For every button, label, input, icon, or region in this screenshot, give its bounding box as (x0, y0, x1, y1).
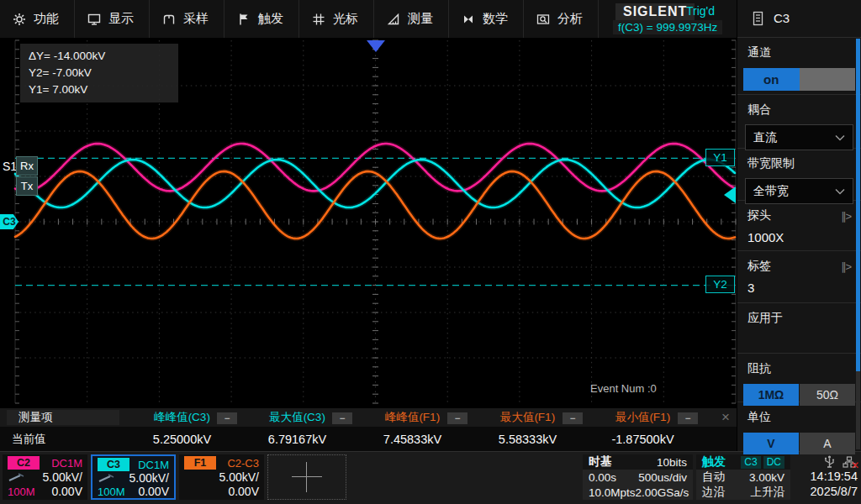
oscilloscope-ui: 功能 显示 采样 触发 光标 测量 数学 分析 (0, 0, 861, 504)
panel-title: C3 (774, 11, 790, 25)
measure-column-header[interactable]: 最大值(F1)− (470, 410, 585, 425)
measure-value: 7.45833kV (355, 433, 470, 446)
measure-column-header[interactable]: 峰峰值(C3)− (124, 410, 240, 425)
measure-value-header: 当前值 (0, 432, 124, 447)
cursor-y2-handle[interactable]: Y2 (705, 276, 735, 293)
decode-bus-label: S1 (3, 160, 17, 173)
remove-measurement-button[interactable]: − (678, 412, 698, 424)
timebase-samplerate: 2.00GSa/s (636, 486, 689, 499)
decode-tx-label[interactable]: Tx (16, 176, 38, 196)
menu-item-label: 显示 (108, 11, 134, 27)
menu-item-cursor[interactable]: 光标 (299, 0, 374, 38)
channel-box-c3[interactable]: C3DC1M 5.00kV/ 100M0.00V (91, 454, 176, 500)
remove-measurement-button[interactable]: − (563, 412, 583, 424)
expand-icon: ∥> (841, 210, 851, 223)
unit-label: 单位 (747, 410, 851, 425)
measure-column-header[interactable]: 峰峰值(F1)− (355, 410, 470, 425)
coupling-value: 直流 (753, 130, 777, 145)
channel-settings-panel: C3 通道 on 耦合 直流 带宽限制 全带宽 探头 (737, 0, 861, 451)
measurement-bar: 测量项 峰峰值(C3)− 最大值(C3)− 峰峰值(F1)− 最大值(F1)− … (0, 408, 737, 451)
menu-item-label: 数学 (483, 11, 508, 27)
cursor-y1-handle[interactable]: Y1 (705, 149, 735, 166)
measure-column-header[interactable]: 最大值(C3)− (240, 410, 355, 425)
timebase-box[interactable]: 时基10bits 0.00s500us/div 10.0Mpts2.00GSa/… (583, 454, 693, 500)
trigger-level-marker[interactable] (724, 186, 736, 203)
clock-time: 14:19:54 (792, 470, 859, 485)
menu-item-display[interactable]: 显示 (75, 0, 150, 38)
menu-item-function[interactable]: 功能 (0, 0, 75, 38)
channel-badge: F1 (184, 456, 216, 470)
impedance-1mohm-option[interactable]: 1MΩ (743, 384, 799, 406)
measure-value: 6.79167kV (240, 433, 355, 446)
display-icon (87, 13, 101, 26)
menu-item-acquire[interactable]: 采样 (150, 0, 224, 38)
add-channel-slot[interactable] (267, 454, 346, 500)
probe-value: 1000X (747, 230, 851, 244)
scrollbar-thumb[interactable] (856, 39, 860, 371)
channel-box-c2[interactable]: C2DC1M 5.00kV/ 100M0.00V (3, 454, 87, 500)
remove-measurement-button[interactable]: − (332, 412, 352, 424)
channel-box-f1[interactable]: F1C2-C3 5.00kV/ 0.00V (179, 454, 264, 500)
usb-icon (824, 455, 835, 469)
close-icon[interactable]: × (721, 411, 730, 424)
channel-bandwidth: 100M (98, 486, 125, 498)
trigger-status: Trig'd (686, 4, 715, 18)
menu-item-label: 测量 (408, 11, 433, 27)
channel-offset: 0.00V (138, 485, 169, 498)
clock-date: 2025/8/7 (792, 485, 859, 500)
unit-volt-option[interactable]: V (743, 433, 799, 454)
trigger-flag-icon (237, 13, 251, 26)
math-source: C2-C3 (227, 457, 259, 470)
remove-measurement-button[interactable]: − (217, 412, 237, 424)
channel-scale: 5.00kV/ (219, 470, 259, 484)
trigger-box[interactable]: 触发C3DC 自动3.00kV 边沿上升沿 (696, 454, 790, 500)
trigger-source-chip: C3 (741, 456, 760, 469)
measure-column-label: 最大值(F1) (500, 411, 555, 423)
menu-item-label: 采样 (183, 11, 209, 27)
measure-column-label: 最大值(C3) (269, 411, 325, 423)
channel-scale: 5.00kV/ (129, 471, 169, 485)
timebase-memory: 10.0Mpts (589, 486, 636, 499)
channel-on-off-toggle: on (743, 68, 855, 91)
sidebar-scrollbar[interactable] (856, 39, 860, 449)
channel-coupling: DC1M (138, 459, 169, 471)
cursor-readout-box: ΔY= -14.000kV Y2= -7.00kV Y1= 7.00kV (20, 44, 178, 102)
brand-logo: SIGLENT (615, 3, 695, 20)
menu-item-label: 光标 (333, 11, 358, 27)
decode-rx-label[interactable]: Rx (16, 156, 38, 176)
impedance-50ohm-option[interactable]: 50Ω (800, 384, 855, 406)
channel-on-option[interactable]: on (743, 68, 800, 91)
bandwidth-limit-label: 带宽限制 (747, 156, 851, 171)
menu-item-math[interactable]: 数学 (449, 0, 524, 38)
waveform-display[interactable]: ΔY= -14.000kV Y2= -7.00kV Y1= 7.00kV S1 … (0, 38, 737, 408)
channel-offset: 0.00V (51, 485, 82, 498)
trigger-position-marker[interactable] (367, 40, 385, 52)
measure-column-label: 峰峰值(C3) (154, 411, 210, 423)
frequency-readout: f(C3) = 999.9973Hz (613, 20, 722, 34)
section-coupling: 耦合 直流 (737, 95, 861, 149)
trigger-level: 3.00kV (749, 471, 784, 484)
section-label[interactable]: 标签 ∥> 3 (737, 251, 861, 303)
menu-item-analysis[interactable]: 分析 (524, 0, 599, 38)
expand-icon: ∥> (841, 260, 851, 273)
trigger-mode: 自动 (702, 470, 725, 485)
unit-ampere-option[interactable]: A (800, 433, 855, 454)
section-probe[interactable]: 探头 ∥> 1000X (737, 201, 861, 251)
panel-header: C3 (737, 0, 861, 38)
channel-label: 通道 (747, 45, 851, 60)
channel-scale: 5.00kV/ (43, 470, 82, 484)
coupling-select[interactable]: 直流 (745, 124, 853, 150)
clock-box: ✕ 14:19:54 2025/8/7 (792, 454, 859, 500)
section-apply-to: 应用于 (737, 303, 861, 354)
menu-item-measure[interactable]: 测量 (374, 0, 449, 38)
channel-off-option[interactable] (800, 68, 856, 91)
measure-value: 5.25000kV (124, 433, 240, 446)
status-zone: SIGLENT Trig'd f(C3) = 999.9973Hz (599, 0, 737, 38)
channel-menu-icon (752, 11, 764, 26)
remove-measurement-button[interactable]: − (447, 412, 467, 424)
measure-column-header[interactable]: 最小值(F1)− (585, 410, 700, 425)
impedance-segmented: 1MΩ 50Ω (743, 384, 855, 406)
label-value: 3 (747, 281, 851, 295)
section-impedance: 阻抗 1MΩ 50Ω (737, 354, 861, 402)
menu-item-trigger[interactable]: 触发 (224, 0, 299, 38)
